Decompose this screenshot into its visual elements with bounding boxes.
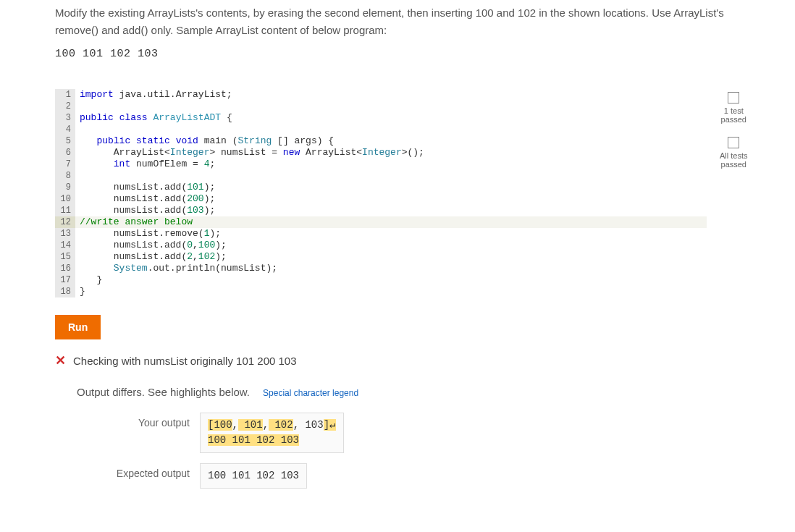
fail-x-icon: ✕ [55,352,66,368]
code-line[interactable]: 1import java.util.ArrayList; [55,89,707,101]
code-text[interactable] [75,170,707,182]
line-number: 7 [55,159,75,170]
code-line[interactable]: 2 [55,101,707,112]
check-result-row: ✕ Checking with numsList originally 101 … [55,352,783,368]
code-text[interactable] [75,101,707,112]
problem-instructions: Modify the existing ArrayLists's content… [55,4,740,39]
line-number: 15 [55,251,75,263]
line-number: 4 [55,124,75,135]
code-text[interactable] [75,124,707,135]
special-char-legend-link[interactable]: Special character legend [263,388,358,398]
code-text[interactable]: numsList.add(101); [75,182,707,193]
checkbox-icon [728,92,739,104]
expected-output-box: 100 101 102 103 [200,463,307,489]
code-text[interactable]: } [75,274,707,286]
code-text[interactable]: //write answer below [75,216,707,228]
code-text[interactable]: int numOfElem = 4; [75,159,707,170]
line-number: 14 [55,240,75,251]
code-line[interactable]: 7 int numOfElem = 4; [55,159,707,170]
all-tests-label: All tests [720,151,748,160]
line-number: 1 [55,89,75,101]
code-line[interactable]: 3public class ArrayListADT { [55,112,707,124]
one-test-label: 1 test [720,106,748,115]
code-text[interactable]: numsList.remove(1); [75,228,707,240]
code-line[interactable]: 11 numsList.add(103); [55,205,707,216]
code-text[interactable]: System.out.println(numsList); [75,263,707,274]
line-number: 2 [55,101,75,112]
one-test-passed-label: passed [720,115,748,124]
code-line[interactable]: 13 numsList.remove(1); [55,228,707,240]
code-line[interactable]: 16 System.out.println(numsList); [55,263,707,274]
line-number: 17 [55,274,75,286]
code-line[interactable]: 18} [55,286,707,297]
code-line[interactable]: 6 ArrayList<Integer> numsList = new Arra… [55,147,707,159]
line-number: 5 [55,135,75,147]
code-text[interactable]: numsList.add(0,100); [75,240,707,251]
all-tests-passed-label: passed [720,160,748,169]
code-text[interactable]: ArrayList<Integer> numsList = new ArrayL… [75,147,707,159]
code-line[interactable]: 12//write answer below [55,216,707,228]
code-line[interactable]: 14 numsList.add(0,100); [55,240,707,251]
line-number: 12 [55,216,75,228]
run-button[interactable]: Run [55,315,101,339]
code-line[interactable]: 9 numsList.add(101); [55,182,707,193]
all-tests-status: All tests passed [720,137,748,169]
code-text[interactable]: numsList.add(2,102); [75,251,707,263]
check-description: Checking with numsList originally 101 20… [73,355,297,367]
line-number: 9 [55,182,75,193]
code-line[interactable]: 4 [55,124,707,135]
checkbox-icon [728,137,739,148]
expected-output-label: Expected output [98,463,200,479]
your-output-box: [100, 101, 102, 103]↵100 101 102 103 [200,413,344,453]
test-status-column: 1 test passed All tests passed [720,89,748,297]
code-text[interactable]: public static void main (String [] args)… [75,135,707,147]
code-text[interactable]: import java.util.ArrayList; [75,89,707,101]
line-number: 16 [55,263,75,274]
line-number: 8 [55,170,75,182]
code-editor[interactable]: 1import java.util.ArrayList;23public cla… [55,89,707,297]
code-line[interactable]: 10 numsList.add(200); [55,193,707,205]
code-text[interactable]: numsList.add(103); [75,205,707,216]
code-line[interactable]: 17 } [55,274,707,286]
code-text[interactable]: } [75,286,707,297]
line-number: 11 [55,205,75,216]
line-number: 13 [55,228,75,240]
line-number: 3 [55,112,75,124]
sample-output: 100 101 102 103 [55,48,740,60]
line-number: 10 [55,193,75,205]
code-text[interactable]: public class ArrayListADT { [75,112,707,124]
code-line[interactable]: 8 [55,170,707,182]
your-output-label: Your output [98,413,200,428]
code-text[interactable]: numsList.add(200); [75,193,707,205]
code-line[interactable]: 5 public static void main (String [] arg… [55,135,707,147]
line-number: 18 [55,286,75,297]
diff-message: Output differs. See highlights below. [77,386,250,398]
code-line[interactable]: 15 numsList.add(2,102); [55,251,707,263]
line-number: 6 [55,147,75,159]
one-test-status: 1 test passed [720,92,748,124]
